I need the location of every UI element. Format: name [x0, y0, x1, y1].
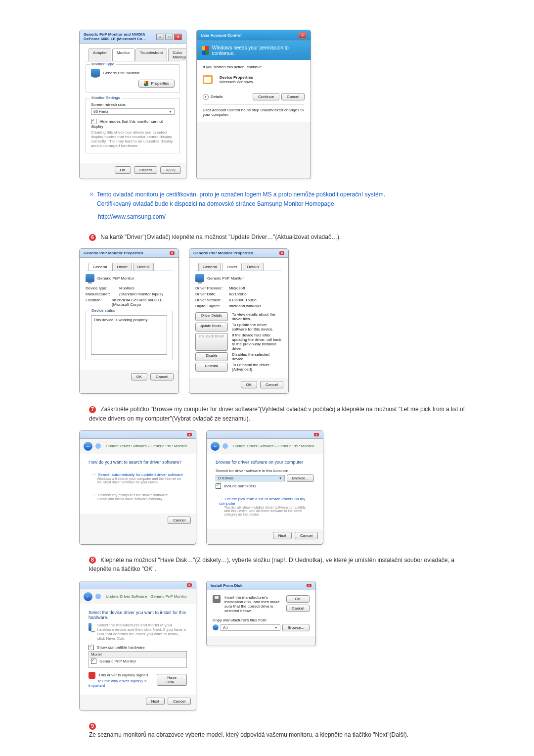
close-icon[interactable]: ×	[299, 32, 307, 39]
back-icon[interactable]: ←	[211, 442, 220, 451]
cancel-button[interactable]: Cancel	[150, 373, 174, 380]
select-sub: Select the manufacturer and model of you…	[97, 623, 187, 641]
show-compatible-checkbox[interactable]	[89, 645, 94, 650]
close-icon[interactable]: ×	[187, 583, 192, 587]
step9-text: Ze seznamu monitorů na obrazovce vyberte…	[89, 731, 408, 738]
rollback-button[interactable]: Roll Back Driver	[195, 333, 228, 351]
path-input[interactable]: D:\Driver▼	[216, 475, 285, 481]
status-label: Device status	[90, 308, 117, 313]
shield-icon	[202, 46, 209, 55]
monitor-name: Generic PnP Monitor	[207, 276, 244, 281]
hide-modes-checkbox[interactable]	[91, 119, 96, 124]
ok-button[interactable]: OK	[241, 381, 258, 388]
breadcrumb: Update Driver Software - Generic PnP Mon…	[233, 444, 314, 448]
ok-button[interactable]: OK	[286, 595, 310, 603]
signed-icon	[89, 672, 95, 679]
monitor-icon	[91, 69, 100, 77]
tab-details[interactable]: Details	[243, 263, 264, 271]
tab-general[interactable]: General	[198, 263, 221, 271]
step9: 9 Ze seznamu monitorů na obrazovce vyber…	[89, 721, 475, 740]
samsung-url[interactable]: http://www.samsung.com/	[98, 213, 166, 220]
display-properties-dialog: Generic PnP Monitor and NVIDIA GeForce 6…	[79, 30, 186, 179]
details-link[interactable]: Details	[211, 94, 222, 99]
chevron-down-icon[interactable]: ▾	[203, 94, 209, 100]
install-instr: Insert the manufacturer's installation d…	[224, 595, 282, 613]
wizard-icon	[95, 443, 101, 449]
uac-headline: Windows needs your permission to contion…	[212, 45, 306, 56]
step8-num: 8	[89, 557, 96, 564]
option-browse[interactable]: →Browse my computer for driver software …	[89, 490, 187, 504]
cancel-button[interactable]: Cancel	[295, 532, 318, 539]
title: Install From Disk	[211, 583, 242, 588]
option-let-me-pick[interactable]: →Let me pick from a list of device drive…	[216, 494, 314, 519]
tab-adapter[interactable]: Adapter	[89, 48, 111, 61]
tab-troubleshoot[interactable]: Troubleshoot	[135, 48, 167, 61]
tab-color[interactable]: Color Management	[168, 48, 186, 61]
option-auto-search[interactable]: →Search automatically for updated driver…	[89, 470, 187, 487]
drive-select[interactable]: A:\▼	[221, 624, 280, 631]
apply-button[interactable]: Apply	[160, 166, 181, 174]
tab-driver[interactable]: Driver	[112, 263, 132, 271]
status-textbox: This device is working properly.	[91, 315, 167, 355]
close-icon[interactable]: ×	[307, 584, 312, 587]
tab-monitor[interactable]: Monitor	[112, 48, 134, 61]
disable-button[interactable]: Disable	[195, 352, 228, 361]
driver-details-desc: To view details about the driver files.	[232, 312, 282, 321]
model-item-check	[91, 659, 96, 664]
uac-footer: User Account Control helps stop unauthor…	[203, 104, 305, 117]
note-line2: Certifikovaný ovladač bude k dispozici n…	[97, 200, 334, 207]
provider: Microsoft	[229, 286, 245, 290]
show-compatible-label: Show compatible hardware	[97, 645, 145, 649]
uninstall-desc: To uninstall the driver (Advanced).	[232, 363, 282, 372]
titlebar: Generic PnP Monitor and NVIDIA GeForce 6…	[80, 30, 186, 44]
cancel-button[interactable]: Cancel	[260, 381, 283, 388]
wizard-browse: × ← Update Driver Software - Generic PnP…	[206, 430, 323, 545]
driver-details-button[interactable]: Driver Details	[195, 312, 228, 321]
monitor-props-driver: Generic PnP Monitor Properties × General…	[189, 248, 289, 394]
titlebar: User Account Control ×	[197, 30, 311, 41]
step7-num: 7	[89, 406, 96, 413]
back-icon[interactable]: ←	[84, 592, 92, 601]
cancel-button[interactable]: Cancel	[134, 166, 157, 174]
close-icon[interactable]: ×	[170, 251, 175, 255]
minimize-icon[interactable]: –	[156, 34, 164, 40]
close-icon[interactable]: ×	[187, 433, 192, 436]
uninstall-button[interactable]: Uninstall	[195, 363, 228, 372]
maximize-icon[interactable]: □	[165, 34, 173, 40]
cancel-button[interactable]: Cancel	[168, 698, 191, 705]
date: 6/21/2006	[229, 292, 247, 296]
have-disk-button[interactable]: Have Disk...	[157, 674, 187, 686]
monitor-settings-label: Monitor Settings	[90, 95, 122, 100]
signing-link[interactable]: Tell me why driver signing is important	[89, 679, 147, 688]
back-icon[interactable]: ←	[84, 442, 92, 451]
browse-button[interactable]: Browse...	[282, 624, 310, 631]
close-icon[interactable]: ×	[279, 251, 284, 255]
properties-button[interactable]: Properties	[138, 80, 175, 88]
tab-details[interactable]: Details	[133, 263, 154, 271]
browse-button[interactable]: Browse...	[287, 474, 314, 482]
close-icon[interactable]: ×	[174, 34, 182, 40]
ok-button[interactable]: OK	[131, 373, 148, 380]
update-driver-button[interactable]: Update Driver...	[195, 323, 228, 331]
cancel-button[interactable]: Cancel	[168, 517, 191, 524]
next-button[interactable]: Next	[146, 698, 165, 705]
provider-label: Driver Provider:	[195, 286, 225, 290]
floppy-icon	[213, 595, 221, 603]
ok-button[interactable]: OK	[115, 166, 132, 174]
tab-driver[interactable]: Driver	[222, 263, 241, 271]
tab-general[interactable]: General	[89, 263, 111, 271]
wizard-select-driver: × ← Update Driver Software - Generic PnP…	[79, 581, 196, 710]
cancel-button[interactable]: Cancel	[286, 605, 310, 612]
include-sub-checkbox[interactable]	[216, 483, 221, 489]
select-heading: Select the device driver you want to ins…	[89, 610, 187, 620]
monitor-icon	[89, 623, 91, 631]
continue-button[interactable]: Continue	[253, 93, 279, 100]
next-button[interactable]: Next	[273, 532, 292, 539]
browse-heading: Browse for driver software on your compu…	[216, 460, 314, 465]
model-item[interactable]: Generic PnP Monitor	[89, 658, 186, 665]
uac-started: If you started this action, continue.	[203, 65, 305, 69]
cancel-button[interactable]: Cancel	[281, 93, 305, 100]
close-icon[interactable]: ×	[314, 433, 319, 436]
refresh-rate-select[interactable]: 60 Hertz▼	[91, 108, 175, 115]
wizard-icon	[95, 594, 101, 599]
